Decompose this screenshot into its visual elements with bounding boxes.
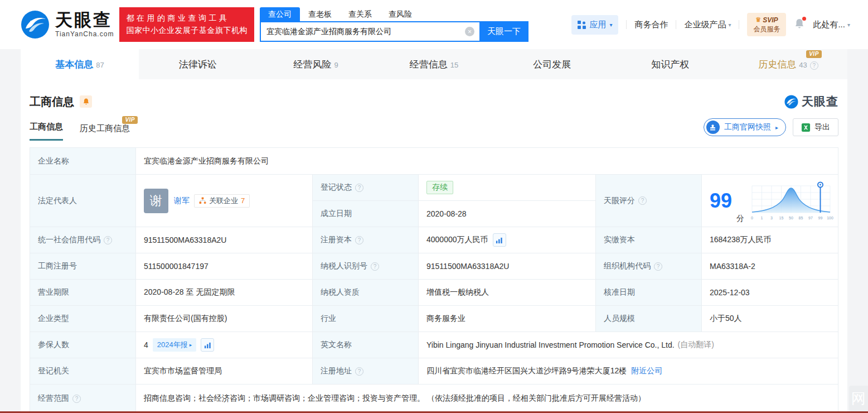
question-glyph: ?	[358, 368, 361, 374]
svg-text:100: 100	[827, 216, 833, 220]
tab-label: 公司发展	[533, 58, 571, 71]
annual-report-label: 2024年报	[157, 340, 188, 350]
nav-enterprise-products[interactable]: 企业级产品 ▾	[684, 20, 731, 30]
subscribe-bell-button[interactable]	[80, 95, 92, 108]
company-tab-bar: 基本信息 87 法律诉讼 经营风险 9 经营信息 15 公司发展 知识产权 VI…	[21, 49, 847, 79]
search-input[interactable]	[260, 21, 479, 42]
arrow-right-icon: ▸	[775, 124, 778, 131]
field-label-taxpayer-quality: 纳税人资质	[313, 280, 419, 306]
chevron-down-icon: ▾	[609, 22, 612, 28]
promo-line2: 国家中小企业发展子基金旗下机构	[126, 25, 248, 37]
official-snapshot-button[interactable]: 工商官网快照 ▸	[704, 118, 786, 136]
insured-trend-chart-icon[interactable]	[201, 338, 214, 352]
export-button[interactable]: 导出	[793, 118, 838, 136]
search-tab-risk[interactable]: 查风险	[380, 7, 420, 21]
question-glyph: ?	[657, 263, 660, 270]
tianyancha-watermark: 天眼查	[784, 94, 838, 109]
brand-logo[interactable]: 天眼查 TianYanCha.com	[21, 10, 114, 39]
svg-text:50: 50	[789, 216, 793, 220]
field-value-business-term: 2020-08-28 至 无固定期限	[136, 280, 313, 306]
field-value-establish-date: 2020-08-28	[419, 201, 596, 227]
field-value-industry: 商务服务业	[419, 306, 596, 332]
help-icon[interactable]: ?	[810, 61, 818, 70]
field-label-establish-date: 成立日期	[313, 201, 419, 227]
field-label-reg-number: 工商注册号	[30, 253, 136, 280]
field-value-business-scope: 招商信息咨询；社会经济咨询；市场调研咨询；企业管理咨询；投资与资产管理。 （依法…	[136, 385, 838, 413]
tab-operating-info[interactable]: 经营信息 15	[375, 49, 493, 79]
field-label-reg-authority: 登记机关	[30, 358, 136, 385]
subtab-business-info[interactable]: 工商信息	[30, 122, 63, 141]
tab-company-development[interactable]: 公司发展	[493, 49, 611, 79]
svg-text:99: 99	[818, 216, 823, 220]
tab-basic-info[interactable]: 基本信息 87	[21, 49, 139, 79]
help-icon[interactable]: ?	[638, 196, 647, 205]
tab-legal[interactable]: 法律诉讼	[139, 49, 257, 79]
field-label-reg-address: 注册地址 ?	[313, 358, 419, 385]
tab-label: 知识产权	[651, 58, 689, 71]
help-icon[interactable]: ?	[104, 236, 112, 244]
search-button[interactable]: 天眼一下	[479, 21, 528, 42]
search-tab-boss[interactable]: 查老板	[300, 7, 340, 21]
vip-badge: VIP	[806, 50, 822, 58]
help-icon[interactable]: ?	[654, 262, 662, 271]
legal-rep-avatar[interactable]: 谢	[144, 189, 168, 213]
excel-icon	[801, 123, 811, 132]
search-tab-relation[interactable]: 查关系	[340, 7, 380, 21]
question-glyph: ?	[358, 185, 361, 191]
tianyancha-logo-icon	[784, 95, 798, 109]
field-label-legal-rep: 法定代表人	[30, 175, 136, 227]
tab-count: 43	[799, 61, 807, 69]
divider	[676, 20, 676, 29]
field-label-company-name: 企业名称	[30, 148, 136, 175]
watermark-corner: 网	[849, 386, 868, 411]
svg-text:15: 15	[779, 216, 784, 220]
tab-label: 经营信息	[410, 58, 448, 71]
tab-intellectual-property[interactable]: 知识产权	[611, 49, 729, 79]
help-icon[interactable]: ?	[355, 236, 363, 244]
tab-operating-risk[interactable]: 经营风险 9	[257, 49, 375, 79]
field-label-paid-capital: 实缴资本	[596, 227, 702, 253]
annual-report-badge[interactable]: 2024年报 ▸	[153, 338, 196, 352]
vip-badge: VIP	[122, 116, 138, 124]
top-navigation: 应用 ▾ 商务合作 企业级产品 ▾ ♛ SVIP 会员服务 此处有...	[571, 13, 850, 36]
field-value-reg-capital: 4000000万人民币	[419, 227, 596, 253]
clear-search-icon[interactable]: ×	[465, 27, 474, 36]
help-icon[interactable]: ?	[72, 395, 81, 403]
divider	[626, 20, 627, 29]
help-icon[interactable]: ?	[371, 262, 379, 271]
field-value-insured-count: 4 2024年报 ▸	[136, 332, 313, 358]
legal-rep-name-link[interactable]: 谢军	[174, 196, 190, 206]
field-value-legal-rep: 谢 谢军 关联企业 7	[136, 175, 313, 227]
apps-menu[interactable]: 应用 ▾	[571, 15, 618, 35]
field-value-english-name: Yibin Lingang Jinyuan Industrial Investm…	[419, 332, 838, 358]
nearby-companies-link[interactable]: 附近公司	[631, 366, 662, 376]
promo-line1: 都在用的商业查询工具	[126, 12, 248, 25]
field-value-approval-date: 2025-12-03	[702, 280, 838, 306]
org-chart-icon	[199, 197, 206, 204]
field-label-business-scope: 经营范围 ?	[30, 385, 136, 413]
subtab-history-business-info[interactable]: VIP 历史工商信息	[80, 123, 130, 141]
account-menu[interactable]: 此处有... ▾	[813, 20, 850, 30]
field-label-reg-capital: 注册资本 ?	[313, 227, 419, 253]
score-axis-ticks: 0 1 3 15 50 85 97 99 100	[751, 216, 833, 220]
field-label-approval-date: 核准日期	[596, 280, 702, 306]
svg-text:0: 0	[751, 216, 753, 220]
svip-member-badge[interactable]: ♛ SVIP 会员服务	[747, 13, 786, 36]
auto-translate-note: (自动翻译)	[678, 340, 714, 350]
help-icon[interactable]: ?	[355, 367, 363, 376]
field-label-industry: 行业	[313, 306, 419, 332]
promo-banner: 都在用的商业查询工具 国家中小企业发展子基金旗下机构	[119, 7, 254, 41]
notification-bell[interactable]	[794, 18, 805, 32]
tab-history-info[interactable]: VIP 历史信息 43 ?	[729, 49, 847, 79]
svg-text:97: 97	[808, 216, 813, 220]
search-tab-company[interactable]: 查公司	[260, 7, 300, 21]
field-value-staff-size: 小于50人	[702, 306, 838, 332]
related-companies-badge[interactable]: 关联企业 7	[194, 194, 250, 208]
field-label-staff-size: 人员规模	[596, 306, 702, 332]
capital-trend-chart-icon[interactable]	[493, 233, 506, 247]
nav-cooperation[interactable]: 商务合作	[634, 20, 668, 30]
question-glyph: ?	[358, 237, 361, 243]
chevron-down-icon: ▾	[847, 22, 850, 28]
help-icon[interactable]: ?	[355, 184, 363, 192]
enterprise-label: 企业级产品	[684, 20, 726, 30]
